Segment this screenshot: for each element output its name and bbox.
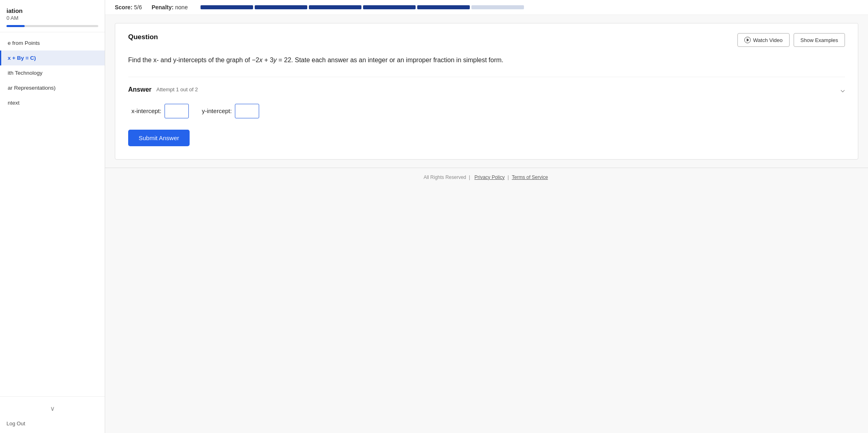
sidebar-title: iation xyxy=(6,7,98,14)
sidebar-progress-fill xyxy=(6,25,25,27)
footer-rights: All Rights Reserved xyxy=(424,174,466,180)
x-intercept-input[interactable] xyxy=(165,104,189,118)
answer-header: Answer Attempt 1 out of 2 ⌵ xyxy=(128,85,845,94)
note-icon[interactable]: ⌵ xyxy=(841,85,845,94)
question-header: Question Watch Video Show Examples xyxy=(128,33,845,47)
segment-5 xyxy=(417,5,470,9)
question-actions: Watch Video Show Examples xyxy=(737,33,845,47)
question-title: Question xyxy=(128,33,158,41)
segment-3 xyxy=(309,5,361,9)
y-intercept-group: y-intercept: xyxy=(202,104,259,118)
terms-of-service-link[interactable]: Terms of Service xyxy=(512,174,548,180)
y-intercept-label: y-intercept: xyxy=(202,107,232,114)
segment-1 xyxy=(201,5,253,9)
sidebar-nav: e from Points x + By = C) ith Technology… xyxy=(0,32,105,396)
sidebar-subtitle: 0 AM xyxy=(6,15,98,21)
answer-section: Answer Attempt 1 out of 2 ⌵ x-intercept:… xyxy=(128,77,845,146)
page-footer: All Rights Reserved | Privacy Policy | T… xyxy=(105,168,868,187)
sidebar-item-ith-technology[interactable]: ith Technology xyxy=(0,65,105,80)
sidebar-item-ar-representations[interactable]: ar Representations) xyxy=(0,80,105,95)
sidebar-item-e-from-points[interactable]: e from Points xyxy=(0,36,105,50)
segment-2 xyxy=(255,5,307,9)
log-out-button[interactable]: Log Out xyxy=(6,419,98,428)
answer-label: Answer xyxy=(128,86,152,93)
main-content: Score: 5/6 Penalty: none Question Watch … xyxy=(105,0,868,433)
sidebar: iation 0 AM e from Points x + By = C) it… xyxy=(0,0,105,433)
privacy-policy-link[interactable]: Privacy Policy xyxy=(474,174,505,180)
score-bar: Score: 5/6 Penalty: none xyxy=(105,0,868,15)
segment-6 xyxy=(471,5,524,9)
score-label: Score: 5/6 xyxy=(115,4,142,11)
y-intercept-input[interactable] xyxy=(235,104,259,118)
sidebar-item-ax-by-c[interactable]: x + By = C) xyxy=(0,50,105,65)
watch-video-button[interactable]: Watch Video xyxy=(737,33,790,47)
penalty-label: Penalty: none xyxy=(152,4,188,11)
sidebar-footer: ∨ Log Out xyxy=(0,396,105,433)
show-examples-button[interactable]: Show Examples xyxy=(794,33,845,47)
x-intercept-label: x-intercept: xyxy=(131,107,161,114)
sidebar-header: iation 0 AM xyxy=(0,0,105,32)
segment-4 xyxy=(363,5,416,9)
submit-answer-button[interactable]: Submit Answer xyxy=(128,130,190,146)
question-area: Question Watch Video Show Examples Find … xyxy=(115,23,858,160)
chevron-down-icon[interactable]: ∨ xyxy=(6,401,98,416)
progress-segments xyxy=(201,5,524,9)
question-text: Find the x- and y-intercepts of the grap… xyxy=(128,55,845,65)
attempt-text: Attempt 1 out of 2 xyxy=(156,86,198,92)
intercepts-row: x-intercept: y-intercept: xyxy=(128,104,845,118)
sidebar-progress-bar xyxy=(6,25,98,27)
sidebar-item-ntext[interactable]: ntext xyxy=(0,95,105,110)
x-intercept-group: x-intercept: xyxy=(131,104,189,118)
penalty-value: none xyxy=(175,4,188,11)
score-value: 5/6 xyxy=(134,4,141,11)
play-icon xyxy=(744,37,751,43)
